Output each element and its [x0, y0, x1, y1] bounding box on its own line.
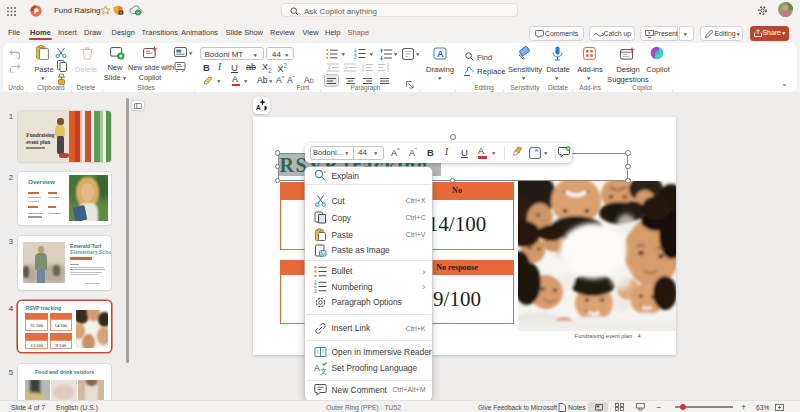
svg-text:3: 3 [354, 55, 357, 59]
svg-text:A: A [437, 49, 444, 59]
svg-text:A: A [256, 104, 261, 111]
svg-text:文: 文 [320, 367, 327, 375]
svg-text:3: 3 [314, 289, 317, 293]
